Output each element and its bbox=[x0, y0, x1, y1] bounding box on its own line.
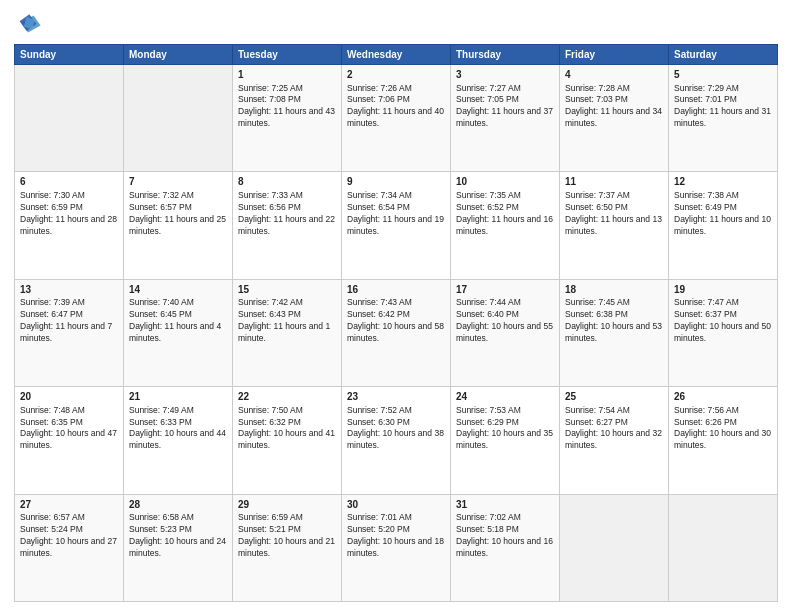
calendar-header-row: SundayMondayTuesdayWednesdayThursdayFrid… bbox=[15, 45, 778, 65]
day-info: Sunrise: 7:54 AM Sunset: 6:27 PM Dayligh… bbox=[565, 405, 663, 453]
day-info: Sunrise: 7:40 AM Sunset: 6:45 PM Dayligh… bbox=[129, 297, 227, 345]
weekday-header: Friday bbox=[560, 45, 669, 65]
day-info: Sunrise: 7:32 AM Sunset: 6:57 PM Dayligh… bbox=[129, 190, 227, 238]
header bbox=[14, 10, 778, 38]
day-info: Sunrise: 7:30 AM Sunset: 6:59 PM Dayligh… bbox=[20, 190, 118, 238]
calendar-table: SundayMondayTuesdayWednesdayThursdayFrid… bbox=[14, 44, 778, 602]
day-info: Sunrise: 7:45 AM Sunset: 6:38 PM Dayligh… bbox=[565, 297, 663, 345]
logo-icon bbox=[14, 10, 42, 38]
calendar-cell: 25Sunrise: 7:54 AM Sunset: 6:27 PM Dayli… bbox=[560, 387, 669, 494]
page: SundayMondayTuesdayWednesdayThursdayFrid… bbox=[0, 0, 792, 612]
day-number: 24 bbox=[456, 390, 554, 404]
day-number: 9 bbox=[347, 175, 445, 189]
calendar-cell: 17Sunrise: 7:44 AM Sunset: 6:40 PM Dayli… bbox=[451, 279, 560, 386]
day-number: 22 bbox=[238, 390, 336, 404]
calendar-cell: 18Sunrise: 7:45 AM Sunset: 6:38 PM Dayli… bbox=[560, 279, 669, 386]
calendar-cell: 23Sunrise: 7:52 AM Sunset: 6:30 PM Dayli… bbox=[342, 387, 451, 494]
calendar-cell: 16Sunrise: 7:43 AM Sunset: 6:42 PM Dayli… bbox=[342, 279, 451, 386]
day-number: 25 bbox=[565, 390, 663, 404]
calendar-cell: 29Sunrise: 6:59 AM Sunset: 5:21 PM Dayli… bbox=[233, 494, 342, 601]
day-number: 12 bbox=[674, 175, 772, 189]
day-info: Sunrise: 6:58 AM Sunset: 5:23 PM Dayligh… bbox=[129, 512, 227, 560]
day-number: 7 bbox=[129, 175, 227, 189]
day-number: 17 bbox=[456, 283, 554, 297]
day-info: Sunrise: 6:57 AM Sunset: 5:24 PM Dayligh… bbox=[20, 512, 118, 560]
calendar-cell: 24Sunrise: 7:53 AM Sunset: 6:29 PM Dayli… bbox=[451, 387, 560, 494]
day-number: 16 bbox=[347, 283, 445, 297]
calendar-cell: 9Sunrise: 7:34 AM Sunset: 6:54 PM Daylig… bbox=[342, 172, 451, 279]
calendar-cell: 11Sunrise: 7:37 AM Sunset: 6:50 PM Dayli… bbox=[560, 172, 669, 279]
day-info: Sunrise: 7:38 AM Sunset: 6:49 PM Dayligh… bbox=[674, 190, 772, 238]
day-number: 31 bbox=[456, 498, 554, 512]
day-number: 19 bbox=[674, 283, 772, 297]
day-number: 4 bbox=[565, 68, 663, 82]
calendar-cell: 8Sunrise: 7:33 AM Sunset: 6:56 PM Daylig… bbox=[233, 172, 342, 279]
day-info: Sunrise: 7:35 AM Sunset: 6:52 PM Dayligh… bbox=[456, 190, 554, 238]
day-info: Sunrise: 7:56 AM Sunset: 6:26 PM Dayligh… bbox=[674, 405, 772, 453]
day-info: Sunrise: 7:26 AM Sunset: 7:06 PM Dayligh… bbox=[347, 83, 445, 131]
day-number: 10 bbox=[456, 175, 554, 189]
day-info: Sunrise: 7:33 AM Sunset: 6:56 PM Dayligh… bbox=[238, 190, 336, 238]
day-number: 14 bbox=[129, 283, 227, 297]
day-number: 29 bbox=[238, 498, 336, 512]
day-info: Sunrise: 7:29 AM Sunset: 7:01 PM Dayligh… bbox=[674, 83, 772, 131]
day-info: Sunrise: 7:52 AM Sunset: 6:30 PM Dayligh… bbox=[347, 405, 445, 453]
day-number: 2 bbox=[347, 68, 445, 82]
calendar-cell: 7Sunrise: 7:32 AM Sunset: 6:57 PM Daylig… bbox=[124, 172, 233, 279]
day-info: Sunrise: 6:59 AM Sunset: 5:21 PM Dayligh… bbox=[238, 512, 336, 560]
day-number: 21 bbox=[129, 390, 227, 404]
day-info: Sunrise: 7:01 AM Sunset: 5:20 PM Dayligh… bbox=[347, 512, 445, 560]
weekday-header: Sunday bbox=[15, 45, 124, 65]
calendar-week-row: 6Sunrise: 7:30 AM Sunset: 6:59 PM Daylig… bbox=[15, 172, 778, 279]
day-info: Sunrise: 7:43 AM Sunset: 6:42 PM Dayligh… bbox=[347, 297, 445, 345]
calendar-cell: 22Sunrise: 7:50 AM Sunset: 6:32 PM Dayli… bbox=[233, 387, 342, 494]
calendar-cell: 12Sunrise: 7:38 AM Sunset: 6:49 PM Dayli… bbox=[669, 172, 778, 279]
calendar-cell: 19Sunrise: 7:47 AM Sunset: 6:37 PM Dayli… bbox=[669, 279, 778, 386]
day-number: 3 bbox=[456, 68, 554, 82]
calendar-cell bbox=[124, 65, 233, 172]
calendar-cell bbox=[15, 65, 124, 172]
day-number: 23 bbox=[347, 390, 445, 404]
calendar-cell bbox=[669, 494, 778, 601]
calendar-cell: 31Sunrise: 7:02 AM Sunset: 5:18 PM Dayli… bbox=[451, 494, 560, 601]
day-info: Sunrise: 7:34 AM Sunset: 6:54 PM Dayligh… bbox=[347, 190, 445, 238]
day-info: Sunrise: 7:27 AM Sunset: 7:05 PM Dayligh… bbox=[456, 83, 554, 131]
day-number: 26 bbox=[674, 390, 772, 404]
day-info: Sunrise: 7:25 AM Sunset: 7:08 PM Dayligh… bbox=[238, 83, 336, 131]
day-number: 20 bbox=[20, 390, 118, 404]
logo bbox=[14, 10, 46, 38]
calendar-cell: 13Sunrise: 7:39 AM Sunset: 6:47 PM Dayli… bbox=[15, 279, 124, 386]
calendar-cell: 15Sunrise: 7:42 AM Sunset: 6:43 PM Dayli… bbox=[233, 279, 342, 386]
day-info: Sunrise: 7:44 AM Sunset: 6:40 PM Dayligh… bbox=[456, 297, 554, 345]
day-number: 13 bbox=[20, 283, 118, 297]
calendar-cell: 4Sunrise: 7:28 AM Sunset: 7:03 PM Daylig… bbox=[560, 65, 669, 172]
calendar-cell: 20Sunrise: 7:48 AM Sunset: 6:35 PM Dayli… bbox=[15, 387, 124, 494]
day-number: 1 bbox=[238, 68, 336, 82]
day-info: Sunrise: 7:50 AM Sunset: 6:32 PM Dayligh… bbox=[238, 405, 336, 453]
weekday-header: Monday bbox=[124, 45, 233, 65]
calendar-cell: 21Sunrise: 7:49 AM Sunset: 6:33 PM Dayli… bbox=[124, 387, 233, 494]
calendar-week-row: 1Sunrise: 7:25 AM Sunset: 7:08 PM Daylig… bbox=[15, 65, 778, 172]
day-number: 8 bbox=[238, 175, 336, 189]
calendar-cell: 27Sunrise: 6:57 AM Sunset: 5:24 PM Dayli… bbox=[15, 494, 124, 601]
calendar-cell: 5Sunrise: 7:29 AM Sunset: 7:01 PM Daylig… bbox=[669, 65, 778, 172]
day-info: Sunrise: 7:28 AM Sunset: 7:03 PM Dayligh… bbox=[565, 83, 663, 131]
weekday-header: Saturday bbox=[669, 45, 778, 65]
day-number: 5 bbox=[674, 68, 772, 82]
day-number: 27 bbox=[20, 498, 118, 512]
calendar-cell: 26Sunrise: 7:56 AM Sunset: 6:26 PM Dayli… bbox=[669, 387, 778, 494]
calendar-week-row: 13Sunrise: 7:39 AM Sunset: 6:47 PM Dayli… bbox=[15, 279, 778, 386]
day-info: Sunrise: 7:42 AM Sunset: 6:43 PM Dayligh… bbox=[238, 297, 336, 345]
day-number: 30 bbox=[347, 498, 445, 512]
calendar-cell: 3Sunrise: 7:27 AM Sunset: 7:05 PM Daylig… bbox=[451, 65, 560, 172]
calendar-cell: 14Sunrise: 7:40 AM Sunset: 6:45 PM Dayli… bbox=[124, 279, 233, 386]
day-info: Sunrise: 7:37 AM Sunset: 6:50 PM Dayligh… bbox=[565, 190, 663, 238]
weekday-header: Tuesday bbox=[233, 45, 342, 65]
day-number: 18 bbox=[565, 283, 663, 297]
calendar-cell: 30Sunrise: 7:01 AM Sunset: 5:20 PM Dayli… bbox=[342, 494, 451, 601]
day-number: 6 bbox=[20, 175, 118, 189]
day-info: Sunrise: 7:49 AM Sunset: 6:33 PM Dayligh… bbox=[129, 405, 227, 453]
day-info: Sunrise: 7:02 AM Sunset: 5:18 PM Dayligh… bbox=[456, 512, 554, 560]
day-info: Sunrise: 7:39 AM Sunset: 6:47 PM Dayligh… bbox=[20, 297, 118, 345]
calendar-cell: 28Sunrise: 6:58 AM Sunset: 5:23 PM Dayli… bbox=[124, 494, 233, 601]
